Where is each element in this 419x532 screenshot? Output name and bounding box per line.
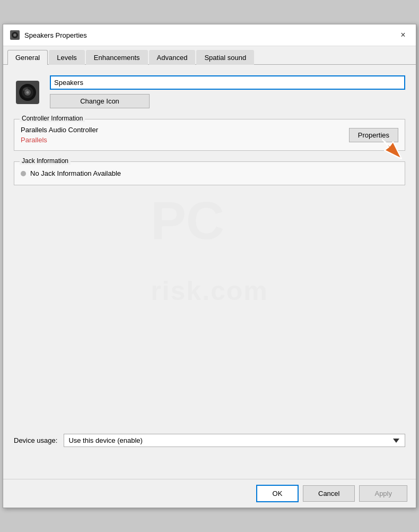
title-speaker-icon: [10, 30, 20, 40]
device-usage-select[interactable]: Use this device (enable) Don't use this …: [64, 434, 405, 447]
controller-info-section: Controller Information Parallels Audio C…: [14, 119, 405, 151]
controller-details: Parallels Audio Controller Parallels: [21, 126, 98, 144]
change-icon-button[interactable]: Change Icon: [50, 94, 150, 108]
jack-no-info-text: No Jack Information Available: [30, 169, 121, 177]
speaker-icon: [15, 80, 40, 105]
properties-button[interactable]: Properties: [349, 128, 398, 142]
svg-marker-10: [382, 140, 401, 159]
jack-info-section: Jack Information No Jack Information Ava…: [14, 161, 405, 185]
speaker-icon-wrap: [14, 79, 41, 106]
tabs-bar: General Levels Enhancements Advanced Spa…: [3, 46, 416, 65]
jack-info-label: Jack Information: [20, 157, 71, 165]
spacer: [14, 194, 405, 300]
device-name-inputs: Change Icon: [50, 75, 405, 108]
svg-point-8: [27, 91, 29, 94]
controller-sub: Parallels: [21, 136, 98, 144]
title-bar: Speakers Properties ×: [3, 24, 416, 46]
close-button[interactable]: ×: [397, 29, 409, 41]
device-name-row: Change Icon: [14, 75, 405, 108]
jack-no-info-row: No Jack Information Available: [21, 169, 398, 177]
title-bar-left: Speakers Properties: [10, 30, 87, 40]
window-title: Speakers Properties: [24, 31, 87, 39]
properties-btn-wrap: Properties: [349, 128, 398, 142]
ok-button[interactable]: OK: [256, 485, 299, 502]
tab-levels[interactable]: Levels: [49, 50, 85, 65]
tab-enhancements[interactable]: Enhancements: [86, 50, 148, 65]
controller-info-label: Controller Information: [20, 115, 85, 122]
tab-spatial-sound[interactable]: Spatial sound: [196, 50, 254, 65]
apply-button[interactable]: Apply: [359, 485, 407, 502]
controller-name: Parallels Audio Controller: [21, 126, 98, 134]
tab-general[interactable]: General: [7, 50, 48, 65]
bottom-bar: OK Cancel Apply: [3, 479, 416, 508]
jack-dot-icon: [21, 171, 26, 176]
svg-point-3: [14, 35, 15, 36]
device-name-input[interactable]: [50, 75, 405, 90]
controller-row: Parallels Audio Controller Parallels Pro…: [21, 126, 398, 144]
cancel-button[interactable]: Cancel: [303, 485, 355, 502]
main-content: PCrisk.com Change Icon: [3, 65, 416, 479]
device-usage-label: Device usage:: [14, 436, 57, 444]
tab-advanced[interactable]: Advanced: [149, 50, 196, 65]
speakers-properties-window: Speakers Properties × General Levels Enh…: [3, 24, 416, 508]
device-usage-row: Device usage: Use this device (enable) D…: [14, 427, 405, 447]
